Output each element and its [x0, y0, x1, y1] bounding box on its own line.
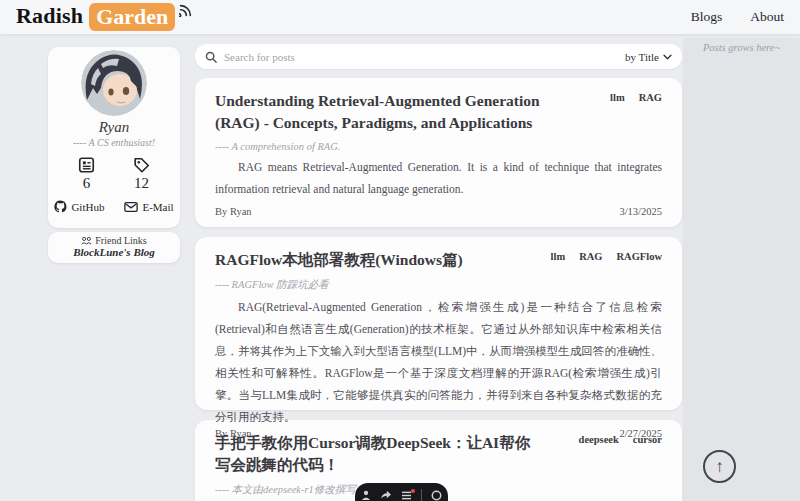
friend-links-title-label: Friend Links: [95, 235, 146, 246]
tags-count: 12: [134, 175, 149, 192]
site-header: Radish Garden Blogs About: [0, 0, 800, 34]
post-tag[interactable]: llm: [610, 92, 625, 103]
post-card[interactable]: Understanding Retrieval-Augmented Genera…: [195, 78, 682, 227]
blog-page: Radish Garden Blogs About Posts grows he…: [0, 0, 800, 501]
friend-links-card: Friend Links BlockLune's Blog: [48, 232, 180, 263]
logo-text-radish: Radish: [16, 3, 83, 29]
tags-count-stat[interactable]: 12: [132, 156, 151, 192]
posts-count-stat[interactable]: 6: [77, 156, 96, 192]
chevron-down-icon: [663, 54, 672, 60]
post-tags: llm RAG RAGFlow: [551, 249, 662, 262]
dock-user-icon[interactable]: [361, 490, 371, 501]
post-date: 3/13/2025: [619, 206, 662, 217]
post-tag[interactable]: RAG: [639, 92, 662, 103]
post-excerpt: RAG(Retrieval-Augmented Generation，检索增强生…: [215, 296, 662, 428]
profile-links: GitHub E-Mail: [48, 200, 180, 213]
post-title[interactable]: Understanding Retrieval-Augmented Genera…: [215, 90, 545, 134]
rss-icon[interactable]: [179, 4, 192, 17]
mail-icon: [124, 201, 138, 213]
nav-about[interactable]: About: [750, 9, 784, 25]
email-link[interactable]: E-Mail: [124, 200, 173, 213]
friend-links-icon: [81, 236, 92, 245]
post-subtitle: ---- A comprehension of RAG.: [215, 141, 662, 152]
profile-name: Ryan: [48, 119, 180, 136]
profile-stats: 6 12: [48, 156, 180, 192]
post-title[interactable]: 手把手教你用Cursor调教DeepSeek：让AI帮你写会跳舞的代码！: [215, 432, 545, 476]
friend-links-title: Friend Links: [48, 235, 180, 246]
post-tags: deepseek cursor: [579, 432, 662, 445]
profile-bio: ---- A CS enthusiast!: [48, 137, 180, 148]
search-input[interactable]: [224, 51, 625, 63]
nav-blogs[interactable]: Blogs: [691, 9, 723, 25]
post-title[interactable]: RAGFlow本地部署教程(Windows篇): [215, 249, 545, 271]
scroll-to-top-button[interactable]: ↑: [703, 450, 736, 483]
post-tag[interactable]: llm: [551, 251, 566, 262]
search-bar: by Title: [195, 44, 682, 69]
post-subtitle: ---- RAGFlow 防踩坑必看: [215, 278, 662, 292]
bottom-dock: [355, 483, 448, 501]
tag-icon: [132, 156, 151, 174]
post-card[interactable]: RAGFlow本地部署教程(Windows篇) llm RAG RAGFlow …: [195, 237, 682, 410]
github-link[interactable]: GitHub: [54, 200, 104, 213]
post-author: By Ryan: [215, 206, 252, 217]
search-icon: [205, 51, 217, 63]
post-tag[interactable]: RAGFlow: [617, 251, 663, 262]
post-tag[interactable]: RAG: [579, 251, 602, 262]
logo-text-garden: Garden: [89, 3, 175, 31]
dock-divider: [421, 489, 422, 501]
friend-link-blocklune[interactable]: BlockLune's Blog: [48, 246, 180, 258]
avatar[interactable]: [81, 50, 147, 116]
post-footer: By Ryan 3/13/2025: [215, 206, 662, 217]
arrow-up-icon: ↑: [715, 457, 724, 477]
post-tag[interactable]: cursor: [633, 434, 662, 445]
email-link-label: E-Mail: [142, 201, 173, 213]
posts-growth-panel: Posts grows here~: [683, 38, 800, 501]
dock-notification-dot: [411, 489, 415, 493]
header-nav: Blogs About: [691, 9, 784, 25]
post-tags: llm RAG: [610, 90, 662, 103]
sort-dropdown[interactable]: by Title: [625, 51, 672, 63]
post-tag[interactable]: deepseek: [579, 434, 619, 445]
dock-share-icon[interactable]: [380, 490, 392, 500]
dock-status-icon[interactable]: [431, 490, 442, 501]
github-icon: [54, 200, 67, 213]
site-logo[interactable]: Radish Garden: [16, 3, 192, 31]
github-link-label: GitHub: [71, 201, 104, 213]
sort-dropdown-label: by Title: [625, 51, 659, 63]
profile-card: Ryan ---- A CS enthusiast! 6 12 Git: [48, 47, 180, 228]
posts-count: 6: [83, 175, 91, 192]
posts-icon: [77, 156, 96, 174]
main-content: by Title Understanding Retrieval-Augment…: [195, 44, 682, 501]
posts-growth-hint: Posts grows here~: [683, 42, 800, 53]
dock-menu-icon[interactable]: [401, 491, 412, 500]
post-excerpt: RAG means Retrieval-Augmented Generation…: [215, 156, 662, 200]
